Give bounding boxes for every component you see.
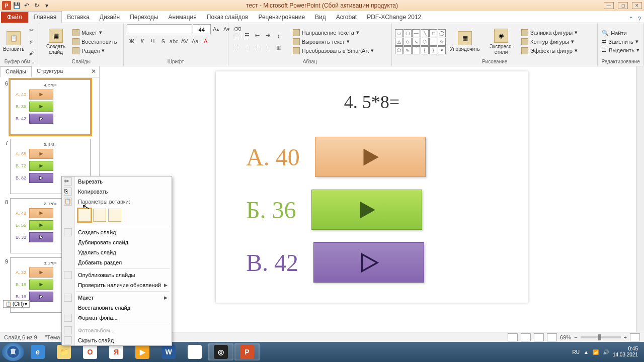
paste-button[interactable]: 📋 Вставить bbox=[3, 25, 24, 58]
tab-animations[interactable]: Анимация bbox=[163, 12, 201, 23]
tray-flag-icon[interactable]: ▲ bbox=[584, 349, 589, 355]
shape-outline-button[interactable]: Контур фигуры ▾ bbox=[520, 38, 579, 46]
zoom-in-icon[interactable]: + bbox=[624, 334, 627, 340]
ctx-layout[interactable]: Макет▶ bbox=[62, 293, 172, 303]
shape-effects-button[interactable]: Эффекты фигур ▾ bbox=[520, 47, 579, 55]
case-icon[interactable]: Aa bbox=[190, 36, 200, 46]
spacing-icon[interactable]: AV bbox=[180, 36, 190, 46]
ctx-new-slide[interactable]: Создать слайд bbox=[62, 227, 172, 237]
view-normal-icon[interactable] bbox=[508, 333, 518, 341]
tab-slideshow[interactable]: Показ слайдов bbox=[202, 12, 254, 23]
grow-font-icon[interactable]: A▴ bbox=[211, 24, 221, 34]
shapes-gallery[interactable]: ▭▢—╲◻◯ △◇↘⬡→☆ ⬠∿⌒{}▾ bbox=[395, 29, 446, 54]
strike-icon[interactable]: S̶ bbox=[158, 36, 169, 46]
answer-a-play[interactable] bbox=[315, 137, 426, 177]
taskbar-yandex[interactable]: Я bbox=[104, 343, 129, 360]
zoom-level[interactable]: 69% bbox=[560, 334, 571, 340]
arrange-button[interactable]: ▦ Упорядочить bbox=[448, 25, 482, 58]
zoom-slider[interactable] bbox=[581, 336, 621, 338]
view-sorter-icon[interactable] bbox=[521, 333, 531, 341]
taskbar-obs[interactable]: ◎ bbox=[208, 343, 233, 360]
app-icon[interactable]: P bbox=[2, 1, 11, 10]
smartart-button[interactable]: Преобразовать в SmartArt ▾ bbox=[292, 47, 375, 55]
shape-fill-button[interactable]: Заливка фигуры ▾ bbox=[520, 29, 579, 37]
tab-view[interactable]: Вид bbox=[310, 12, 331, 23]
answer-c-play[interactable] bbox=[313, 242, 424, 283]
numbering-icon[interactable]: ☰ bbox=[242, 31, 252, 41]
redo-icon[interactable]: ↻ bbox=[32, 1, 41, 10]
ctx-hide[interactable]: Скрыть слайд bbox=[62, 335, 172, 345]
tab-slides[interactable]: Слайды bbox=[0, 66, 32, 77]
ctx-updates[interactable]: Проверить наличие обновлений▶ bbox=[62, 280, 172, 290]
quick-styles-button[interactable]: ◉ Экспресс-стили bbox=[484, 25, 518, 58]
new-slide-button[interactable]: ▦ Создать слайд bbox=[42, 25, 69, 58]
reset-button[interactable]: Восстановить bbox=[71, 38, 118, 46]
paste-options-badge[interactable]: 📋(Ctrl)▾ bbox=[3, 300, 30, 308]
taskbar-ie[interactable]: e bbox=[25, 343, 50, 360]
tab-file[interactable]: Файл bbox=[1, 12, 28, 23]
font-family-input[interactable] bbox=[127, 24, 192, 34]
layout-button[interactable]: Макет ▾ bbox=[71, 29, 118, 37]
tab-pdf[interactable]: PDF-XChange 2012 bbox=[362, 12, 426, 23]
bold-icon[interactable]: Ж bbox=[127, 36, 137, 46]
find-button[interactable]: 🔍 Найти bbox=[601, 29, 640, 37]
columns-icon[interactable]: ▥ bbox=[274, 43, 284, 53]
indent-dec-icon[interactable]: ⇤ bbox=[253, 31, 263, 41]
minimize-button[interactable]: — bbox=[604, 2, 614, 9]
tab-review[interactable]: Рецензирование bbox=[253, 12, 310, 23]
italic-icon[interactable]: К bbox=[137, 36, 147, 46]
line-spacing-icon[interactable]: ↕ bbox=[274, 31, 284, 41]
tray-clock[interactable]: 0:4514.03.2021 bbox=[613, 346, 638, 358]
section-button[interactable]: Раздел ▾ bbox=[71, 47, 118, 55]
ctx-duplicate[interactable]: Дублировать слайд bbox=[62, 237, 172, 247]
tray-lang[interactable]: RU bbox=[573, 349, 580, 355]
ctx-background[interactable]: Формат фона... bbox=[62, 313, 172, 323]
taskbar-chrome[interactable]: ◉ bbox=[182, 343, 207, 360]
font-size-input[interactable]: 44 bbox=[193, 24, 211, 34]
paste-option-picture[interactable] bbox=[108, 209, 121, 222]
shadow-icon[interactable]: abc bbox=[169, 36, 179, 46]
align-text-button[interactable]: Выровнять текст ▾ bbox=[292, 38, 375, 46]
ctx-copy[interactable]: ⎘Копировать bbox=[62, 187, 172, 197]
undo-icon[interactable]: ↶ bbox=[22, 1, 31, 10]
view-reading-icon[interactable] bbox=[534, 333, 544, 341]
tab-design[interactable]: Дизайн bbox=[95, 12, 125, 23]
copy-icon[interactable]: ⎘ bbox=[26, 37, 36, 47]
vertical-scrollbar[interactable] bbox=[636, 66, 644, 332]
tab-outline[interactable]: Структура bbox=[32, 66, 68, 77]
ctx-section[interactable]: Добавить раздел bbox=[62, 257, 172, 267]
align-left-icon[interactable]: ≡ bbox=[231, 43, 242, 53]
close-button[interactable]: ✕ bbox=[632, 2, 642, 9]
indent-inc-icon[interactable]: ⇥ bbox=[263, 31, 273, 41]
tray-sound-icon[interactable]: 🔊 bbox=[603, 349, 609, 355]
justify-icon[interactable]: ≡ bbox=[263, 43, 273, 53]
format-painter-icon[interactable]: 🖌 bbox=[26, 48, 36, 58]
save-icon[interactable]: 💾 bbox=[12, 1, 21, 10]
bullets-icon[interactable]: ≣ bbox=[231, 31, 242, 41]
slide-thumbnail[interactable]: 4. 5*8= А. 40Б. 36В. 42 bbox=[10, 79, 91, 135]
tab-acrobat[interactable]: Acrobat bbox=[331, 12, 362, 23]
fit-window-icon[interactable] bbox=[630, 333, 640, 341]
paste-option-dest-theme[interactable] bbox=[78, 209, 91, 222]
font-color-icon[interactable]: A bbox=[201, 36, 211, 46]
ctx-publish[interactable]: Опубликовать слайды bbox=[62, 270, 172, 280]
taskbar-word[interactable]: W bbox=[156, 343, 181, 360]
text-direction-button[interactable]: Направление текста ▾ bbox=[292, 29, 375, 37]
help-icon[interactable]: ? bbox=[637, 16, 641, 23]
answer-b-play[interactable] bbox=[311, 190, 422, 230]
ctx-cut[interactable]: ✂Вырезать bbox=[62, 176, 172, 187]
underline-icon[interactable]: Ч bbox=[148, 36, 158, 46]
view-slideshow-icon[interactable] bbox=[547, 333, 557, 341]
start-button[interactable] bbox=[2, 343, 24, 361]
tab-transitions[interactable]: Переходы bbox=[125, 12, 163, 23]
taskbar-opera[interactable]: O bbox=[77, 343, 103, 360]
paste-option-keep-source[interactable] bbox=[93, 209, 106, 222]
taskbar-powerpoint[interactable]: P bbox=[234, 343, 260, 360]
minimize-ribbon-icon[interactable]: ⌃ bbox=[628, 16, 633, 23]
ctx-reset[interactable]: Восстановить слайд bbox=[62, 303, 172, 313]
select-button[interactable]: ☰ Выделить ▾ bbox=[601, 46, 640, 54]
replace-button[interactable]: ⇄ Заменить ▾ bbox=[601, 38, 640, 45]
qat-more-icon[interactable]: ▾ bbox=[42, 1, 51, 10]
taskbar-explorer[interactable]: 📁 bbox=[51, 343, 76, 360]
tab-insert[interactable]: Вставка bbox=[62, 12, 95, 23]
